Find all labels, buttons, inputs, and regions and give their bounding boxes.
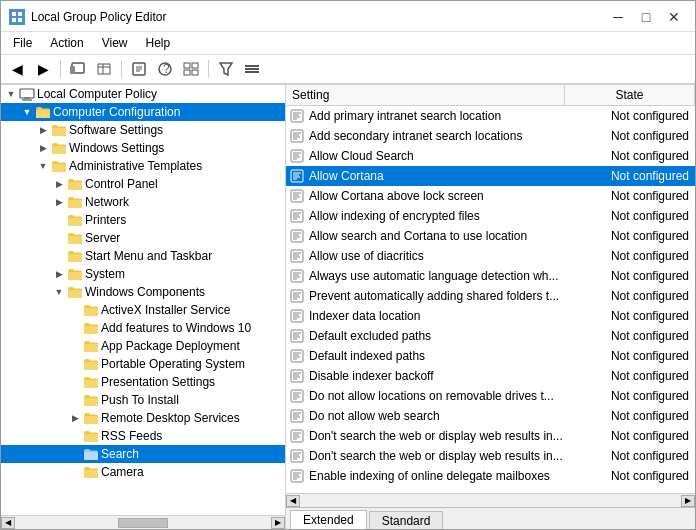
setting-icon-7 [288, 247, 306, 265]
svg-rect-22 [245, 71, 259, 73]
tree-item-po[interactable]: ▶ Portable Operating System [1, 355, 285, 373]
svg-rect-82 [291, 250, 303, 262]
tree-item-se[interactable]: ▶ Search [1, 445, 285, 463]
forward-button[interactable]: ▶ [31, 58, 55, 80]
svg-rect-87 [291, 270, 303, 282]
ws-label: Windows Settings [69, 141, 164, 155]
tree-item-rd[interactable]: ▶ Remote Desktop Services [1, 409, 285, 427]
svg-rect-3 [18, 18, 22, 22]
ss-label: Software Settings [69, 123, 163, 137]
setting-row-12[interactable]: Default indexed paths Not configured [286, 346, 695, 366]
setting-row-4[interactable]: Allow Cortana above lock screen Not conf… [286, 186, 695, 206]
setting-row-2[interactable]: Allow Cloud Search Not configured [286, 146, 695, 166]
tree-item-nw[interactable]: ▶ Network [1, 193, 285, 211]
title-controls: ─ □ ✕ [605, 7, 687, 27]
setting-name-11: Default excluded paths [309, 329, 563, 343]
tree-item-sm[interactable]: ▶ Start Menu and Taskbar [1, 247, 285, 265]
tree-item-ss[interactable]: ▶ Software Settings [1, 121, 285, 139]
tree-item-cm[interactable]: ▶ Camera [1, 463, 285, 481]
tree-item-pr[interactable]: ▶ Printers [1, 211, 285, 229]
setting-name-15: Do not allow web search [309, 409, 563, 423]
filter-button[interactable] [214, 58, 238, 80]
menu-action[interactable]: Action [42, 34, 91, 52]
setting-row-7[interactable]: Allow use of diacritics Not configured [286, 246, 695, 266]
tree-item-pi[interactable]: ▶ Push To Install [1, 391, 285, 409]
svg-rect-5 [70, 66, 75, 74]
setting-row-17[interactable]: Don't search the web or display web resu… [286, 446, 695, 466]
setting-row-15[interactable]: Do not allow web search Not configured [286, 406, 695, 426]
menu-view[interactable]: View [94, 34, 136, 52]
properties-button[interactable] [127, 58, 151, 80]
setting-row-8[interactable]: Always use automatic language detection … [286, 266, 695, 286]
svg-rect-62 [291, 170, 303, 182]
tree-item-wc[interactable]: ▼ Windows Components [1, 283, 285, 301]
tree-item-af[interactable]: ▶ Add features to Windows 10 [1, 319, 285, 337]
setting-icon-2 [288, 147, 306, 165]
extra-button[interactable] [240, 58, 264, 80]
maximize-button[interactable]: □ [633, 7, 659, 27]
view-button[interactable] [179, 58, 203, 80]
tree-item-rf[interactable]: ▶ RSS Feeds [1, 427, 285, 445]
setting-name-1: Add secondary intranet search locations [309, 129, 563, 143]
tree-item-ps[interactable]: ▶ Presentation Settings [1, 373, 285, 391]
up-button[interactable] [66, 58, 90, 80]
setting-name-18: Enable indexing of online delegate mailb… [309, 469, 563, 483]
col-state[interactable]: State [565, 85, 695, 105]
setting-row-3[interactable]: Allow Cortana Not configured [286, 166, 695, 186]
root-label: Local Computer Policy [37, 87, 157, 101]
setting-row-11[interactable]: Default excluded paths Not configured [286, 326, 695, 346]
sv-label: Server [85, 231, 120, 245]
folder-rd-icon [83, 410, 99, 426]
tree-item-at[interactable]: ▼ Administrative Templates [1, 157, 285, 175]
main-content: ▼ Local Computer Policy ▼ Computer Confi… [1, 84, 695, 529]
setting-icon-12 [288, 347, 306, 365]
setting-row-9[interactable]: Prevent automatically adding shared fold… [286, 286, 695, 306]
minimize-button[interactable]: ─ [605, 7, 631, 27]
setting-row-14[interactable]: Do not allow locations on removable driv… [286, 386, 695, 406]
setting-row-18[interactable]: Enable indexing of online delegate mailb… [286, 466, 695, 486]
setting-row-16[interactable]: Don't search the web or display web resu… [286, 426, 695, 446]
svg-rect-42 [84, 398, 98, 406]
expand-ws: ▶ [35, 143, 51, 153]
close-button[interactable]: ✕ [661, 7, 687, 27]
setting-icon-13 [288, 367, 306, 385]
setting-row-10[interactable]: Indexer data location Not configured [286, 306, 695, 326]
svg-rect-2 [12, 18, 16, 22]
sy-label: System [85, 267, 125, 281]
show-hide-button[interactable] [92, 58, 116, 80]
help-button[interactable]: ? [153, 58, 177, 80]
tree-item-cp[interactable]: ▶ Control Panel [1, 175, 285, 193]
tree-item-ap[interactable]: ▶ App Package Deployment [1, 337, 285, 355]
svg-rect-44 [84, 434, 98, 442]
back-button[interactable]: ◀ [5, 58, 29, 80]
menu-help[interactable]: Help [138, 34, 179, 52]
tab-extended[interactable]: Extended [290, 510, 367, 529]
tree-item-root[interactable]: ▼ Local Computer Policy [1, 85, 285, 103]
setting-row-0[interactable]: Add primary intranet search location Not… [286, 106, 695, 126]
tree-item-sy[interactable]: ▶ System [1, 265, 285, 283]
setting-row-1[interactable]: Add secondary intranet search locations … [286, 126, 695, 146]
bottom-tabs: Extended Standard [286, 507, 695, 529]
setting-icon-18 [288, 467, 306, 485]
tree-item-ws[interactable]: ▶ Windows Settings [1, 139, 285, 157]
setting-row-6[interactable]: Allow search and Cortana to use location… [286, 226, 695, 246]
state-5: Not configured [563, 209, 693, 223]
svg-rect-67 [291, 190, 303, 202]
right-hscroll[interactable]: ◀ ▶ [286, 493, 695, 507]
setting-icon-6 [288, 227, 306, 245]
menu-file[interactable]: File [5, 34, 40, 52]
tree-item-cc[interactable]: ▼ Computer Configuration [1, 103, 285, 121]
svg-rect-37 [84, 308, 98, 316]
tab-standard[interactable]: Standard [369, 511, 444, 529]
app-icon [9, 9, 25, 25]
col-setting[interactable]: Setting [286, 85, 565, 105]
setting-name-9: Prevent automatically adding shared fold… [309, 289, 563, 303]
left-hscroll[interactable]: ◀ ▶ [1, 515, 285, 529]
setting-icon-5 [288, 207, 306, 225]
tree-item-sv[interactable]: ▶ Server [1, 229, 285, 247]
setting-row-5[interactable]: Allow indexing of encrypted files Not co… [286, 206, 695, 226]
svg-rect-112 [291, 370, 303, 382]
setting-row-13[interactable]: Disable indexer backoff Not configured [286, 366, 695, 386]
tree-item-ai[interactable]: ▶ ActiveX Installer Service [1, 301, 285, 319]
svg-rect-1 [18, 12, 22, 16]
